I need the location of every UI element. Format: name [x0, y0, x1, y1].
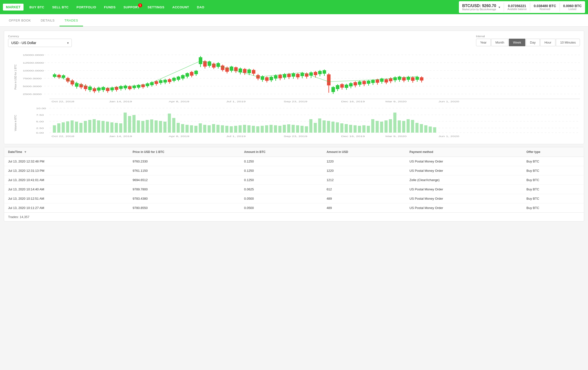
svg-text:2.50: 2.50 — [36, 127, 44, 129]
svg-text:Apr 8, 2019: Apr 8, 2019 — [169, 100, 189, 103]
nav-buy-btc[interactable]: BUY BTC — [25, 5, 48, 9]
svg-rect-155 — [367, 81, 370, 84]
svg-rect-157 — [371, 80, 375, 83]
svg-rect-282 — [420, 124, 423, 133]
svg-rect-232 — [199, 123, 202, 133]
svg-rect-175 — [411, 77, 415, 81]
svg-rect-137 — [327, 74, 331, 85]
price-chevron-icon[interactable]: ▾ — [499, 5, 500, 9]
tab-details[interactable]: DETAILS — [36, 14, 60, 26]
svg-rect-210 — [101, 121, 105, 133]
svg-rect-179 — [420, 77, 423, 81]
svg-text:Jan 14, 2019: Jan 14, 2019 — [109, 135, 132, 138]
interval-month[interactable]: Month — [491, 39, 508, 46]
price-subtitle: Market price by BitcoinAverage — [462, 8, 496, 11]
svg-rect-208 — [93, 119, 96, 133]
currency-select[interactable]: USD - US Dollar — [8, 39, 72, 47]
locked-stat: 0.0060 BTC Locked — [563, 4, 582, 11]
svg-rect-145 — [345, 85, 348, 88]
interval-10min[interactable]: 10 Minutes — [556, 39, 580, 46]
svg-rect-223 — [159, 121, 162, 133]
svg-rect-47 — [128, 86, 132, 89]
svg-rect-225 — [168, 114, 171, 133]
nav-funds[interactable]: FUNDS — [100, 5, 120, 9]
col-amount-btc: Amount in BTC — [240, 147, 323, 157]
table-row: Jul 13, 2020 12:32:48 PM9760.23300.12501… — [4, 157, 584, 166]
svg-rect-67 — [172, 78, 176, 81]
svg-rect-248 — [270, 125, 273, 133]
svg-rect-214 — [119, 123, 122, 133]
svg-rect-217 — [133, 115, 136, 133]
svg-rect-125 — [300, 73, 304, 76]
svg-rect-274 — [384, 120, 388, 133]
nav-settings[interactable]: Settings — [144, 5, 168, 9]
svg-rect-227 — [177, 123, 180, 133]
currency-select-group: Currency USD - US Dollar — [8, 35, 72, 47]
svg-rect-249 — [274, 125, 277, 133]
svg-rect-251 — [283, 125, 286, 133]
svg-rect-119 — [287, 74, 291, 77]
svg-rect-242 — [243, 125, 246, 133]
svg-text:2500.0000: 2500.0000 — [23, 93, 42, 95]
svg-rect-279 — [407, 119, 410, 133]
reserved-stat: 0.038480 BTC Reserved — [534, 4, 556, 11]
col-datetime[interactable]: Date/Time ▼ — [4, 147, 129, 157]
svg-rect-107 — [261, 76, 264, 80]
interval-hour[interactable]: Hour — [540, 39, 555, 46]
nav-account[interactable]: Account — [168, 5, 193, 9]
svg-rect-257 — [309, 119, 312, 133]
svg-rect-167 — [393, 77, 397, 80]
svg-rect-228 — [181, 124, 184, 133]
svg-rect-151 — [358, 81, 361, 85]
svg-rect-206 — [84, 121, 87, 133]
trades-count: Trades: 14,357 — [4, 212, 584, 221]
svg-rect-256 — [305, 126, 308, 133]
svg-rect-79 — [199, 57, 202, 64]
svg-rect-253 — [292, 125, 295, 133]
svg-rect-270 — [367, 126, 370, 133]
col-amount-usd: Amount in USD — [323, 147, 405, 157]
nav-dao[interactable]: DAO — [193, 5, 208, 9]
col-offer-type: Offer type — [523, 147, 584, 157]
svg-rect-252 — [287, 124, 290, 133]
table-row: Jul 13, 2020 10:14:40 AM9789.78000.06256… — [4, 185, 584, 194]
svg-rect-258 — [314, 123, 317, 133]
svg-text:7500.0000: 7500.0000 — [23, 77, 42, 80]
svg-text:Jun 1, 2020: Jun 1, 2020 — [438, 100, 459, 103]
svg-rect-247 — [265, 125, 268, 133]
svg-rect-245 — [256, 126, 259, 133]
interval-year[interactable]: Year — [476, 39, 491, 46]
svg-rect-241 — [239, 125, 242, 133]
svg-rect-39 — [110, 88, 114, 90]
svg-text:7.50: 7.50 — [36, 114, 44, 116]
svg-rect-272 — [376, 121, 379, 133]
svg-rect-268 — [358, 126, 361, 133]
tab-trades[interactable]: TRADES — [60, 14, 83, 26]
svg-rect-93 — [230, 67, 233, 71]
nav-sell-btc[interactable]: SELL BTC — [48, 5, 73, 9]
svg-rect-65 — [168, 79, 171, 82]
svg-text:0.00: 0.00 — [36, 132, 44, 134]
svg-rect-121 — [292, 73, 295, 77]
svg-rect-269 — [362, 125, 366, 133]
svg-rect-250 — [278, 126, 282, 133]
svg-text:10000.0000: 10000.0000 — [23, 69, 44, 72]
svg-rect-63 — [163, 80, 167, 82]
svg-text:5.00: 5.00 — [36, 120, 44, 123]
support-badge: 1 — [138, 3, 142, 7]
currency-label: Currency — [8, 35, 72, 38]
interval-week[interactable]: Week — [509, 39, 525, 46]
svg-rect-265 — [345, 124, 348, 133]
svg-rect-123 — [296, 74, 299, 77]
nav-portfolio[interactable]: PORTFOLIO — [73, 5, 100, 9]
svg-rect-135 — [323, 70, 326, 74]
nav-support[interactable]: Support 1 — [120, 5, 144, 9]
interval-day[interactable]: Day — [526, 39, 540, 46]
chart-section: Currency USD - US Dollar Interval Year M… — [4, 31, 584, 144]
tab-offer-book[interactable]: OFFER BOOK — [4, 14, 36, 26]
svg-rect-171 — [402, 77, 405, 81]
svg-text:Sep 23, 2019: Sep 23, 2019 — [284, 135, 307, 138]
svg-rect-254 — [296, 125, 299, 133]
svg-rect-221 — [150, 119, 153, 133]
nav-brand[interactable]: MARKET — [3, 4, 24, 11]
